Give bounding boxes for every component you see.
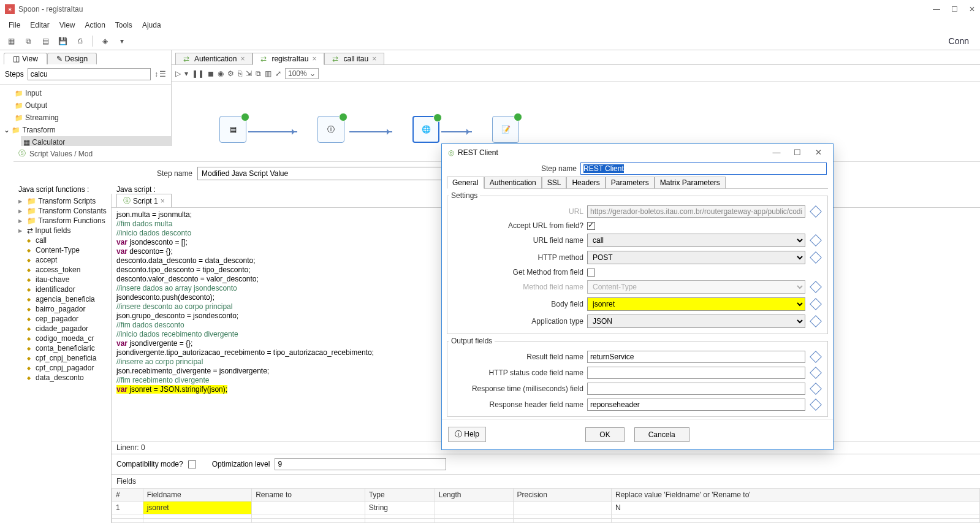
field-moeda[interactable]: codigo_moeda_cr — [27, 334, 110, 343]
urlfield-select[interactable]: call — [587, 234, 805, 247]
fields-table[interactable]: # Fieldname Rename to Type Length Precis… — [112, 488, 980, 523]
steps-tree-icon[interactable]: ☰ — [159, 70, 166, 78]
tree-input-fields[interactable]: ⇄ Input fields — [18, 226, 110, 235]
close-icon[interactable]: × — [161, 197, 165, 205]
canvas-tab-callitau[interactable]: ⇄call itau× — [324, 53, 384, 65]
close-icon[interactable]: × — [312, 55, 316, 63]
stop-icon[interactable]: ◼ — [208, 69, 214, 78]
tab-ssl[interactable]: SSL — [542, 177, 567, 189]
apptype-select[interactable]: JSON — [587, 315, 805, 328]
canvas-tab-registraitau[interactable]: ⇄registraItau× — [253, 53, 324, 65]
menu-action[interactable]: Action — [82, 20, 109, 31]
field-accept[interactable]: accept — [27, 255, 110, 265]
window-minimize[interactable]: — — [933, 5, 940, 13]
result-input[interactable] — [587, 351, 805, 363]
close-icon[interactable]: × — [240, 55, 245, 63]
toolbar-perspective-icon[interactable]: ◈ — [97, 34, 112, 48]
tab-matrix-parameters[interactable]: Matrix Parameters — [655, 177, 726, 189]
tree-output[interactable]: Output — [12, 99, 171, 112]
steps-search-input[interactable] — [28, 68, 151, 80]
toolbar-save-icon[interactable]: 💾 — [55, 34, 70, 48]
field-bairro[interactable]: bairro_pagador — [27, 304, 110, 314]
var-helper-icon[interactable] — [810, 399, 822, 411]
script-tab-1[interactable]: ⓢScript 1 × — [116, 194, 172, 207]
status-input[interactable] — [587, 367, 805, 379]
toolbar-new-icon[interactable]: ▦ — [4, 34, 18, 48]
var-helper-icon[interactable] — [810, 234, 822, 246]
table-row[interactable] — [112, 514, 980, 519]
table-row[interactable]: 1 jsonret String N — [112, 502, 980, 514]
left-tab-view[interactable]: ◫View — [4, 53, 47, 64]
var-helper-icon[interactable] — [810, 315, 822, 327]
toolbar-explore-icon[interactable]: ▤ — [38, 34, 53, 48]
window-maximize[interactable]: ☐ — [951, 5, 958, 13]
expand-icon[interactable]: ⤢ — [275, 69, 281, 78]
toolbar-saveas-icon[interactable]: ⎙ — [72, 34, 87, 48]
debug-icon[interactable]: ⚙ — [227, 69, 234, 78]
field-cpf-pagador[interactable]: cpf_cnpj_pagador — [27, 363, 110, 373]
canvas-tab-autentication[interactable]: ⇄Autentication× — [175, 53, 253, 65]
field-content-type[interactable]: Content-Type — [27, 245, 110, 255]
opt-level-input[interactable] — [275, 458, 446, 470]
tree-transform-constants[interactable]: 📁 Transform Constants — [18, 206, 110, 216]
tree-streaming[interactable]: Streaming — [12, 112, 171, 124]
tree-transform[interactable]: Transform — [12, 126, 55, 134]
field-agencia[interactable]: agencia_beneficia — [27, 294, 110, 304]
field-identificador[interactable]: identificador — [27, 284, 110, 294]
var-helper-icon[interactable] — [810, 281, 822, 293]
tab-general[interactable]: General — [447, 177, 484, 189]
dlg-stepname-input[interactable]: REST Client — [583, 164, 624, 173]
var-helper-icon[interactable] — [810, 298, 822, 310]
tree-transform-scripts[interactable]: 📁 Transform Scripts — [18, 196, 110, 206]
tab-headers[interactable]: Headers — [566, 177, 605, 189]
var-helper-icon[interactable] — [810, 383, 822, 395]
menu-view[interactable]: View — [56, 20, 79, 31]
params-icon[interactable]: ⧉ — [256, 69, 261, 78]
help-button[interactable]: ⓘ Help — [448, 427, 486, 442]
tree-input[interactable]: Input — [12, 87, 171, 99]
pause-icon[interactable]: ❚❚ — [192, 69, 204, 78]
field-data-desconto[interactable]: data_desconto — [27, 373, 110, 383]
close-icon[interactable]: × — [372, 55, 376, 63]
accept-url-checkbox[interactable] — [587, 222, 595, 230]
left-tab-design[interactable]: ✎Design — [47, 53, 97, 64]
toolbar-dropdown-icon[interactable]: ▾ — [115, 34, 129, 48]
field-itau-chave[interactable]: itau-chave — [27, 275, 110, 284]
steps-expand-icon[interactable]: ↕ — [154, 70, 158, 78]
run-icon[interactable]: ▷ — [175, 69, 181, 78]
var-helper-icon[interactable] — [810, 205, 822, 218]
body-select[interactable]: jsonret — [587, 297, 805, 311]
field-conta[interactable]: conta_beneficiaric — [27, 343, 110, 353]
httpmethod-select[interactable]: POST — [587, 251, 805, 264]
cancel-button[interactable]: Cancela — [634, 427, 689, 442]
preview-icon[interactable]: ◉ — [218, 69, 224, 78]
menu-editar[interactable]: Editar — [26, 20, 53, 31]
tab-authentication[interactable]: Authentication — [484, 177, 542, 189]
dialog-maximize[interactable]: ☐ — [789, 148, 806, 157]
show-icon[interactable]: ▥ — [265, 69, 272, 78]
field-cpf-benef[interactable]: cpf_cnpj_beneficia — [27, 353, 110, 363]
stepname-input[interactable] — [197, 167, 443, 180]
sql-icon[interactable]: ⎘ — [238, 69, 242, 78]
table-row[interactable] — [112, 519, 980, 523]
compat-checkbox[interactable] — [188, 460, 196, 468]
dialog-close[interactable]: ✕ — [810, 148, 827, 157]
tree-transform-functions[interactable]: 📁 Transform Functions — [18, 216, 110, 226]
menu-file[interactable]: File — [5, 20, 24, 31]
field-cidade[interactable]: cidade_pagador — [27, 324, 110, 334]
resphdr-input[interactable] — [587, 399, 805, 411]
var-helper-icon[interactable] — [810, 367, 822, 379]
menu-tools[interactable]: Tools — [112, 20, 136, 31]
getmethod-checkbox[interactable] — [587, 269, 595, 277]
zoom-select[interactable]: 100% ⌄ — [285, 68, 319, 79]
field-call[interactable]: call — [27, 235, 110, 245]
impact-icon[interactable]: ⇲ — [246, 69, 252, 78]
window-close[interactable]: ✕ — [969, 5, 975, 13]
var-helper-icon[interactable] — [810, 351, 822, 363]
toolbar-open-icon[interactable]: ⧉ — [21, 34, 36, 48]
field-cep[interactable]: cep_pagador — [27, 314, 110, 324]
var-helper-icon[interactable] — [810, 251, 822, 264]
field-access-token[interactable]: access_token — [27, 265, 110, 275]
tab-parameters[interactable]: Parameters — [606, 177, 655, 189]
resptime-input[interactable] — [587, 383, 805, 395]
